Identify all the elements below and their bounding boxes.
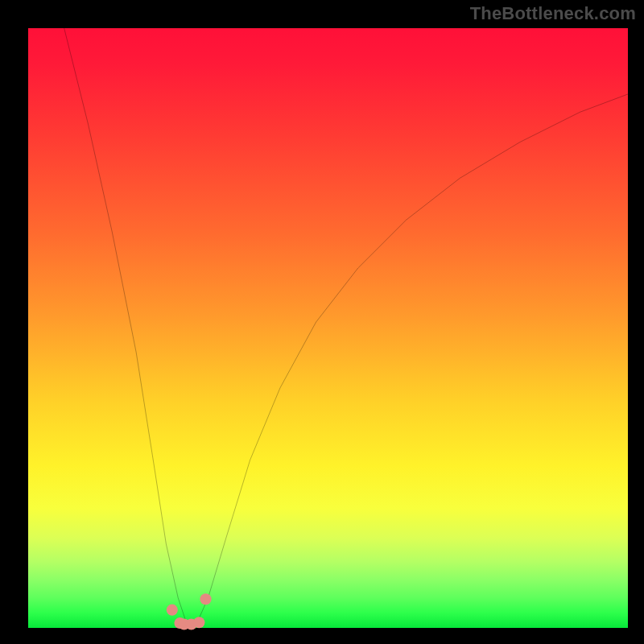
valley-dots bbox=[167, 593, 212, 630]
valley-dot bbox=[167, 605, 178, 616]
chart-frame: TheBottleneck.com bbox=[0, 0, 644, 644]
valley-dot bbox=[200, 593, 211, 605]
valley-dot bbox=[193, 617, 204, 628]
chart-svg bbox=[28, 28, 628, 628]
bottleneck-curve bbox=[64, 28, 628, 625]
watermark-text: TheBottleneck.com bbox=[470, 3, 636, 24]
